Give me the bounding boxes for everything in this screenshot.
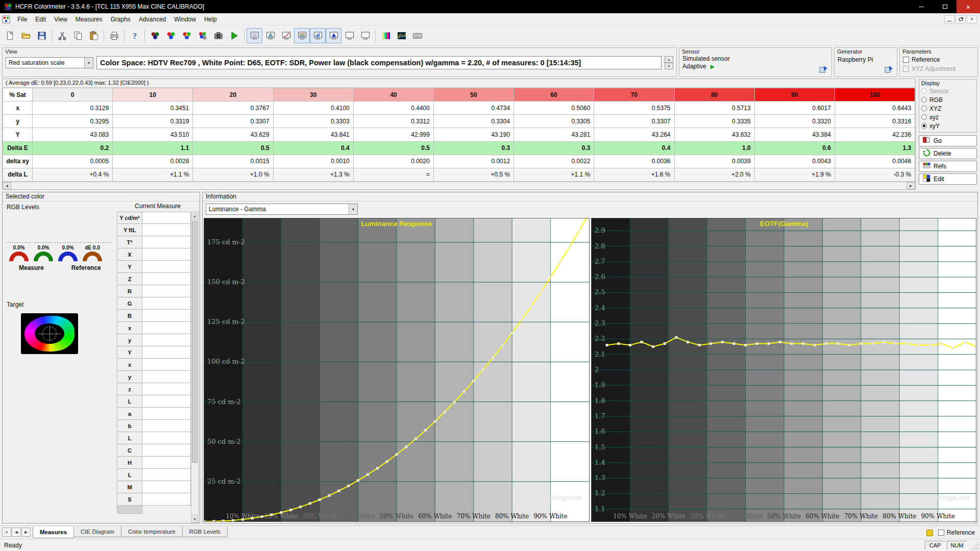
view-cie-diagram-icon[interactable]: [262, 28, 278, 43]
go-button[interactable]: Go: [919, 135, 977, 146]
menu-window[interactable]: Window: [170, 13, 200, 25]
menu-help[interactable]: Help: [200, 13, 221, 25]
svg-text:70% White: 70% White: [844, 513, 877, 520]
scroll-thumb[interactable]: [192, 221, 198, 463]
measure-row-label: Z: [117, 273, 142, 285]
measure-row: a: [117, 408, 191, 420]
measure-row-label: z: [117, 383, 142, 395]
snapshot-icon[interactable]: [210, 28, 226, 43]
delete-button[interactable]: Delete: [919, 148, 977, 159]
tab-close-button[interactable]: ×: [2, 528, 11, 537]
save-icon[interactable]: [34, 28, 50, 43]
document-icon[interactable]: [2, 15, 11, 23]
view-tracking-icon[interactable]: [310, 28, 326, 43]
mdi-minimize-button[interactable]: [944, 15, 954, 23]
open-folder-icon[interactable]: [18, 28, 34, 43]
scroll-down-icon[interactable]: ▼: [191, 515, 198, 522]
paste-icon[interactable]: [86, 28, 102, 43]
tab-rgb-levels[interactable]: RGB Levels: [182, 527, 228, 537]
selected-color-panel: Selected color RGB Levels 0.0%0.0%0.0%dE…: [2, 192, 200, 523]
new-document-icon[interactable]: [2, 28, 18, 43]
spinner-up-icon[interactable]: ▲: [665, 56, 673, 63]
tab-scroll-right-icon[interactable]: ►: [21, 528, 31, 537]
toolbar-separator: [124, 29, 125, 42]
information-view-select[interactable]: Luminance - Gamma ▼: [206, 204, 358, 215]
table-h-scrollbar[interactable]: ◄ ►: [3, 182, 915, 189]
print-icon[interactable]: [106, 28, 122, 43]
menu-edit[interactable]: Edit: [31, 13, 50, 25]
edit-button[interactable]: Edit: [919, 173, 977, 185]
display-radio-xyz[interactable]: XYZ: [921, 104, 974, 113]
status-bar: Ready CAPNUM: [0, 539, 980, 551]
cut-icon[interactable]: [54, 28, 70, 43]
close-button[interactable]: ×: [957, 0, 980, 13]
view-measures-icon[interactable]: [247, 28, 262, 43]
sensor-settings-icon[interactable]: [194, 28, 210, 43]
measure-value-cell: [142, 469, 191, 481]
color-bars-icon[interactable]: [378, 28, 394, 43]
target-label: Target: [7, 301, 112, 308]
spectrum-icon[interactable]: [394, 28, 409, 43]
bottom-reference-checkbox[interactable]: Reference: [938, 529, 975, 536]
maximize-button[interactable]: [933, 0, 957, 13]
mdi-restore-button[interactable]: [955, 15, 966, 23]
measure-row-label: L: [117, 432, 142, 444]
tab-color-temperature[interactable]: Color temperature: [121, 527, 183, 537]
view-gamma-icon[interactable]: [278, 28, 294, 43]
sensor-measure-icon[interactable]: [163, 28, 179, 43]
scroll-up-icon[interactable]: ▲: [191, 212, 198, 220]
menu-view[interactable]: View: [50, 13, 71, 25]
display-radio-sensor[interactable]: Sensor: [921, 87, 974, 95]
table-row-label: Y: [3, 128, 33, 141]
xyz-adjustment-checkbox[interactable]: XYZ Adjustment: [900, 64, 977, 73]
toolbar-separator: [52, 29, 52, 42]
tab-measures[interactable]: Measures: [33, 527, 74, 538]
current-measure-scrollbar[interactable]: ▲ ▼: [191, 212, 199, 523]
h-scroll-track[interactable]: [11, 182, 906, 189]
help-icon[interactable]: ?: [127, 28, 142, 43]
menu-graphs[interactable]: Graphs: [107, 13, 135, 25]
menu-advanced[interactable]: Advanced: [135, 13, 170, 25]
scroll-left-icon[interactable]: ◄: [3, 182, 11, 189]
table-cell: 0.0005: [33, 155, 113, 168]
saturation-scale-select[interactable]: Red saturation scale ▼: [6, 57, 93, 68]
mdi-window-controls: ×: [944, 15, 980, 23]
menu-measures[interactable]: Measures: [71, 13, 107, 25]
table-cell: 0.0028: [113, 155, 193, 168]
menu-file[interactable]: File: [13, 13, 31, 25]
svg-text:2.8: 2.8: [595, 242, 605, 250]
display-radio-rgb[interactable]: RGB: [921, 95, 974, 104]
view-monitor2-icon[interactable]: [357, 28, 373, 43]
sensor-calibrate-icon[interactable]: [147, 28, 163, 43]
table-cell: 43.510: [113, 128, 193, 141]
scroll-right-icon[interactable]: ►: [906, 182, 915, 189]
measure-row-label: G: [117, 297, 142, 310]
refs-button[interactable]: Refs: [919, 161, 977, 172]
generator-keys-icon[interactable]: [409, 28, 425, 43]
resize-grip[interactable]: [971, 542, 979, 550]
view-selected-color-icon[interactable]: [326, 28, 341, 43]
measure-count-spinner[interactable]: ▲▼: [665, 56, 673, 69]
svg-text:2.2: 2.2: [595, 335, 605, 342]
sensor-primaries-icon[interactable]: [179, 28, 194, 43]
run-measures-icon[interactable]: [226, 28, 242, 43]
generator-config-button[interactable]: [884, 64, 895, 74]
measure-row-label: Y ftL: [117, 224, 142, 236]
tab-scroll-left-icon[interactable]: ◄: [12, 528, 21, 537]
minimize-button[interactable]: [910, 0, 933, 13]
display-radio-xyz[interactable]: xyz: [921, 113, 974, 121]
svg-text:1.4: 1.4: [595, 459, 605, 466]
mdi-close-button[interactable]: ×: [967, 15, 977, 23]
table-row-label: delta xy: [3, 155, 33, 168]
measure-row-label: Y: [117, 261, 142, 273]
svg-text:50 cd m-2: 50 cd m-2: [207, 438, 240, 445]
measures-table-row: ( Average dE: 0.59 [0.23,0.22,0.43] max:…: [0, 79, 980, 190]
view-monitor-icon[interactable]: [341, 28, 357, 43]
reference-checkbox[interactable]: Reference: [900, 55, 977, 64]
sensor-config-button[interactable]: [818, 64, 829, 74]
display-radio-xyy[interactable]: xyY: [921, 121, 974, 130]
spinner-down-icon[interactable]: ▼: [665, 63, 673, 69]
view-rgb-levels-icon[interactable]: [294, 28, 310, 43]
tab-cie-diagram[interactable]: CIE Diagram: [74, 527, 121, 537]
copy-icon[interactable]: [70, 28, 86, 43]
